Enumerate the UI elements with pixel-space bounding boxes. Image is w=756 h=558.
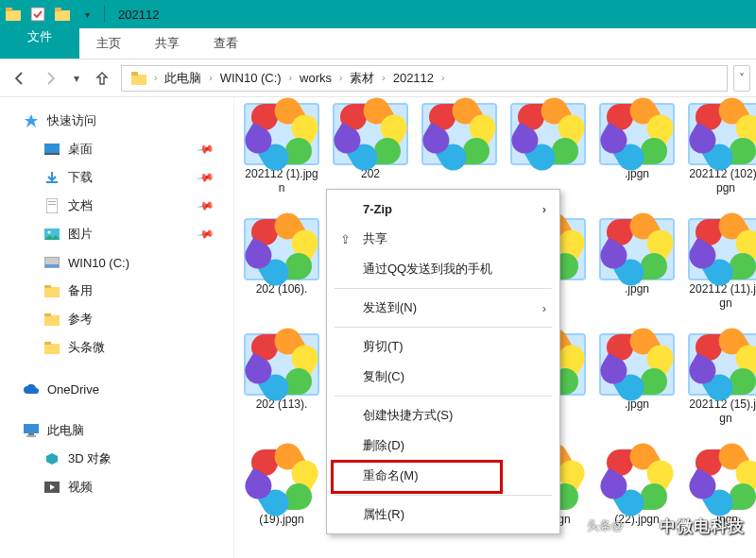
ctx-label: 属性(R) — [363, 506, 404, 523]
sidebar-win10c[interactable]: WIN10 (C:) — [0, 248, 233, 277]
cube-icon — [43, 450, 60, 467]
ctx-rename[interactable]: 重命名(M) — [327, 461, 559, 491]
sidebar-item-label: 文档 — [68, 197, 93, 214]
crumb-works[interactable]: works — [294, 71, 337, 85]
file-name: 202112 (15).jpgn — [686, 397, 756, 426]
file-item[interactable]: .jpgn — [597, 220, 677, 324]
file-item[interactable]: .jpgn — [686, 450, 756, 554]
sidebar-reference[interactable]: 参考 — [0, 305, 233, 333]
star-icon — [23, 112, 40, 129]
ctx-delete[interactable]: 删除(D) — [327, 431, 559, 461]
tab-view[interactable]: 查看 — [197, 28, 255, 59]
file-name: 202 — [331, 167, 410, 181]
svg-rect-23 — [28, 433, 34, 435]
qat-dropdown-icon[interactable]: ▾ — [77, 5, 96, 24]
nav-pane[interactable]: 快速访问 桌面 📌 下载 📌 文档 📌 图片 📌 WIN10 (C:) — [0, 97, 234, 558]
qat-properties-icon[interactable] — [28, 5, 47, 24]
file-name: .jpgn — [597, 167, 677, 181]
recent-dropdown[interactable]: ▾ — [70, 65, 83, 92]
pin-icon: 📌 — [196, 196, 215, 215]
sidebar-onedrive[interactable]: OneDrive — [0, 375, 233, 403]
ctx-properties[interactable]: 属性(R) — [327, 499, 559, 530]
ctx-label: 剪切(T) — [363, 338, 404, 355]
sidebar-pictures[interactable]: 图片 📌 — [0, 220, 233, 248]
file-item[interactable]: 202112 (1).jpgn — [242, 105, 321, 209]
sidebar-item-label: 快速访问 — [47, 112, 96, 129]
ctx-label: 复制(C) — [363, 368, 404, 385]
crumb-this-pc[interactable]: 此电脑 — [159, 70, 207, 87]
tab-file[interactable]: 文件 — [0, 28, 79, 59]
file-item[interactable]: 202 (113). — [242, 335, 321, 439]
sidebar-backup[interactable]: 备用 — [0, 277, 233, 305]
svg-rect-8 — [44, 153, 60, 155]
file-item[interactable]: 202112 (15).jpgn — [686, 335, 756, 439]
addr-dropdown[interactable]: ˅ — [733, 65, 750, 92]
ctx-send-to[interactable]: 发送到(N) › — [327, 293, 559, 323]
file-item[interactable]: (19).jpgn — [242, 450, 321, 554]
sidebar-desktop[interactable]: 桌面 📌 — [0, 135, 233, 163]
ctx-separator — [335, 327, 552, 328]
swirl-thumbnail-icon — [690, 450, 756, 509]
back-button[interactable] — [6, 65, 32, 92]
file-name: 202112 (11).jpgn — [686, 282, 756, 311]
up-button[interactable] — [89, 65, 115, 92]
nav-row: ▾ › 此电脑 › WIN10 (C:) › works › 素材 › 2021… — [0, 59, 756, 97]
crumb-current[interactable]: 202112 — [387, 71, 439, 85]
sidebar-videos[interactable]: 视频 — [0, 473, 233, 501]
file-item[interactable]: 202 (106). — [242, 220, 321, 324]
file-item[interactable]: 202112 (102).jpgn — [686, 105, 756, 209]
chevron-right-icon[interactable]: › — [287, 73, 294, 83]
chevron-right-icon[interactable]: › — [439, 73, 446, 83]
quick-access-toolbar: ▾ — [28, 5, 98, 24]
chevron-right-icon[interactable]: › — [152, 73, 159, 83]
chevron-right-icon[interactable]: › — [337, 73, 344, 83]
ctx-separator — [335, 288, 552, 289]
sidebar-quick-access[interactable]: 快速访问 — [0, 107, 233, 135]
folder-app-icon — [4, 5, 23, 24]
forward-button[interactable] — [38, 65, 64, 92]
qat-folder-icon[interactable] — [53, 5, 72, 24]
ctx-copy[interactable]: 复制(C) — [327, 362, 559, 392]
picture-icon — [43, 226, 60, 243]
ctx-cut[interactable]: 剪切(T) — [327, 331, 559, 362]
swirl-thumbnail-icon — [512, 105, 584, 163]
svg-rect-16 — [44, 287, 60, 297]
svg-rect-17 — [44, 285, 51, 288]
addr-folder-icon — [126, 72, 152, 85]
ctx-send-qq[interactable]: 通过QQ发送到我的手机 — [327, 254, 559, 284]
file-item[interactable]: .jpgn — [597, 105, 677, 209]
file-item[interactable]: .jpgn — [597, 335, 677, 439]
svg-rect-20 — [44, 344, 60, 354]
svg-point-13 — [48, 231, 51, 234]
sidebar-downloads[interactable]: 下载 📌 — [0, 163, 233, 192]
sidebar-item-label: 桌面 — [68, 141, 93, 158]
file-name: .jpgn — [597, 282, 677, 296]
ctx-label: 通过QQ发送到我的手机 — [363, 261, 492, 278]
watermark-prefix: 头条@ — [587, 517, 624, 534]
sidebar-toutiao[interactable]: 头条微 — [0, 333, 233, 362]
svg-rect-24 — [26, 435, 36, 437]
ctx-share[interactable]: ⇪ 共享 — [327, 224, 559, 254]
tab-home[interactable]: 主页 — [79, 28, 138, 59]
address-bar[interactable]: › 此电脑 › WIN10 (C:) › works › 素材 › 202112… — [121, 65, 728, 92]
file-item[interactable]: 202112 (11).jpgn — [686, 220, 756, 324]
sidebar-documents[interactable]: 文档 📌 — [0, 192, 233, 220]
chevron-right-icon[interactable]: › — [380, 73, 387, 83]
pc-icon — [23, 422, 40, 439]
chevron-right-icon[interactable]: › — [207, 73, 214, 83]
file-name: 202 (106). — [242, 282, 321, 296]
svg-rect-11 — [48, 204, 56, 205]
crumb-sucai[interactable]: 素材 — [344, 70, 380, 87]
folder-icon — [43, 311, 60, 328]
sidebar-this-pc[interactable]: 此电脑 — [0, 416, 233, 445]
sidebar-3d-objects[interactable]: 3D 对象 — [0, 445, 233, 473]
crumb-drive[interactable]: WIN10 (C:) — [215, 71, 287, 85]
file-item[interactable]: (22).jpgn — [597, 450, 677, 554]
ctx-7zip[interactable]: 7-Zip › — [327, 194, 559, 224]
svg-rect-10 — [48, 201, 56, 202]
tab-share[interactable]: 共享 — [138, 28, 197, 59]
ctx-create-shortcut[interactable]: 创建快捷方式(S) — [327, 400, 559, 431]
svg-rect-5 — [131, 75, 146, 85]
drive-icon — [43, 254, 60, 271]
document-icon — [43, 197, 60, 214]
